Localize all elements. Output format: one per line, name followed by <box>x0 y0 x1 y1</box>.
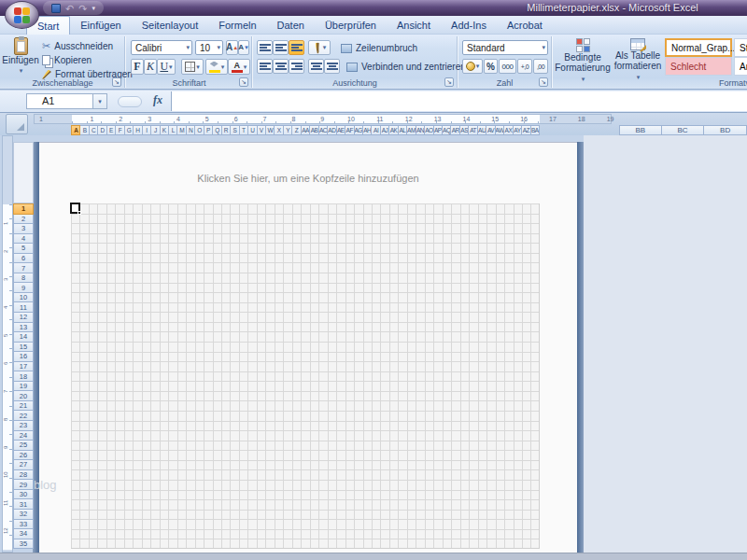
currency-button[interactable]: ▾ <box>462 59 483 74</box>
column-header[interactable]: T <box>240 125 248 135</box>
column-header[interactable]: AB <box>310 125 318 135</box>
decrease-decimal-button[interactable]: ,00 <box>533 59 548 74</box>
fill-handle[interactable] <box>78 211 81 215</box>
column-header[interactable]: AE <box>337 125 345 135</box>
column-header[interactable]: AH <box>363 125 372 135</box>
style-normal-grap[interactable]: Normal_Grap... <box>665 38 732 57</box>
conditional-formatting-button[interactable]: Bedingte Formatierung ▾ <box>555 38 611 84</box>
column-header[interactable]: AY <box>514 125 522 135</box>
ribbon-tab[interactable]: Add-Ins <box>441 16 497 35</box>
row-header[interactable]: 35 <box>13 539 34 550</box>
row-header[interactable]: 10 <box>13 293 34 303</box>
row-header[interactable]: 28 <box>13 470 34 481</box>
column-header[interactable]: AA <box>302 125 310 135</box>
column-header[interactable]: AS <box>460 125 469 135</box>
row-header[interactable]: 13 <box>13 323 34 333</box>
borders-dropdown-icon[interactable]: ▾ <box>196 63 200 71</box>
increase-decimal-button[interactable]: +,0 <box>517 59 532 74</box>
row-header[interactable]: 6 <box>13 254 34 264</box>
font-color-dropdown-icon[interactable]: ▾ <box>244 63 247 71</box>
column-header[interactable]: P <box>204 125 213 135</box>
column-header[interactable]: AU <box>478 125 486 135</box>
column-header[interactable]: AJ <box>381 125 389 135</box>
paste-button[interactable]: Einfügen ▾ <box>4 37 37 76</box>
ribbon-tab[interactable]: Ansicht <box>387 16 441 35</box>
column-header[interactable]: L <box>169 125 177 135</box>
column-header[interactable]: C <box>90 125 98 135</box>
align-left-button[interactable] <box>257 59 273 74</box>
align-middle-button[interactable] <box>273 40 289 55</box>
row-header[interactable]: 30 <box>13 490 34 500</box>
column-header[interactable]: BD <box>704 125 747 135</box>
cut-button[interactable]: ✂ Ausschneiden <box>40 39 133 53</box>
row-header[interactable]: 27 <box>13 460 34 470</box>
orientation-dropdown-icon[interactable]: ▾ <box>323 44 327 51</box>
column-header[interactable]: N <box>187 125 195 135</box>
row-header[interactable]: 17 <box>13 362 34 372</box>
selected-cell-a1[interactable] <box>70 203 80 214</box>
insert-function-button[interactable]: fx <box>148 93 168 109</box>
formula-input[interactable] <box>171 91 747 111</box>
column-header[interactable]: AD <box>328 125 336 135</box>
copy-button[interactable]: Kopieren <box>40 53 133 67</box>
italic-button[interactable]: K <box>144 59 157 75</box>
column-header[interactable]: AO <box>425 125 433 135</box>
column-header[interactable]: BB <box>619 125 662 135</box>
page-header-placeholder[interactable]: Klicken Sie hier, um eine Kopfzeile hinz… <box>39 173 577 184</box>
column-header[interactable]: AZ <box>522 125 530 135</box>
column-header[interactable]: AV <box>486 125 495 135</box>
column-header[interactable]: AC <box>319 125 328 135</box>
row-header[interactable]: 32 <box>13 510 34 520</box>
column-header[interactable]: V <box>258 125 266 135</box>
column-header[interactable]: S <box>231 125 239 135</box>
column-header[interactable]: AF <box>345 125 354 135</box>
column-header[interactable]: F <box>116 125 124 135</box>
save-icon[interactable] <box>51 4 61 13</box>
ribbon-tab[interactable]: Formeln <box>208 16 266 35</box>
row-header[interactable]: 15 <box>13 343 34 353</box>
grow-font-button[interactable]: A▲ <box>226 40 238 55</box>
undo-icon[interactable]: ↶ <box>65 4 74 13</box>
number-format-combo[interactable]: Standard ▾ <box>462 40 548 55</box>
increase-indent-button[interactable] <box>324 59 340 74</box>
format-as-table-button[interactable]: Als Tabelle formatieren ▾ <box>613 38 663 82</box>
align-bottom-button[interactable] <box>289 40 304 55</box>
row-header[interactable]: 1 <box>13 203 34 215</box>
name-box[interactable]: A1 <box>26 93 93 109</box>
column-header[interactable]: BA <box>531 125 540 135</box>
column-header[interactable]: AT <box>469 125 477 135</box>
redo-icon[interactable]: ↷ <box>78 4 87 13</box>
row-header[interactable]: 8 <box>13 273 34 284</box>
qat-dropdown-icon[interactable]: ▾ <box>92 5 95 12</box>
underline-button[interactable]: U ▾ <box>157 59 176 75</box>
row-header[interactable]: 5 <box>13 244 34 254</box>
column-header[interactable]: AM <box>407 125 416 135</box>
column-header[interactable]: E <box>107 125 116 135</box>
row-header[interactable]: 34 <box>13 529 34 539</box>
font-size-dropdown-icon[interactable]: ▾ <box>217 44 220 51</box>
column-header[interactable]: AX <box>504 125 513 135</box>
column-header[interactable]: K <box>161 125 169 135</box>
row-header[interactable]: 24 <box>13 431 34 441</box>
wrap-text-button[interactable]: Zeilenumbruch <box>339 41 417 55</box>
column-header[interactable]: AL <box>399 125 407 135</box>
row-header[interactable]: 4 <box>13 234 34 245</box>
fill-color-dropdown-icon[interactable]: ▾ <box>221 63 225 71</box>
font-family-combo[interactable]: Calibri ▾ <box>131 40 192 55</box>
style-schlecht[interactable]: Schlecht <box>665 57 732 76</box>
row-header[interactable]: 9 <box>13 283 34 293</box>
clipboard-dialog-launcher[interactable]: ↘ <box>112 77 121 87</box>
font-family-dropdown-icon[interactable]: ▾ <box>186 44 190 51</box>
bold-button[interactable]: F <box>131 59 144 75</box>
percent-button[interactable]: % <box>484 59 498 74</box>
column-header[interactable]: Q <box>213 125 221 135</box>
column-header[interactable]: AR <box>451 125 459 135</box>
row-header[interactable]: 33 <box>13 520 34 530</box>
style-cut-bottom[interactable]: Ar <box>734 57 747 76</box>
orientation-button[interactable]: ▾ <box>308 40 331 55</box>
ribbon-tab[interactable]: Einfügen <box>70 16 131 35</box>
office-button[interactable] <box>5 1 39 29</box>
column-header[interactable]: AG <box>355 125 363 135</box>
column-header[interactable]: BC <box>662 125 705 135</box>
row-header[interactable]: 31 <box>13 499 34 510</box>
